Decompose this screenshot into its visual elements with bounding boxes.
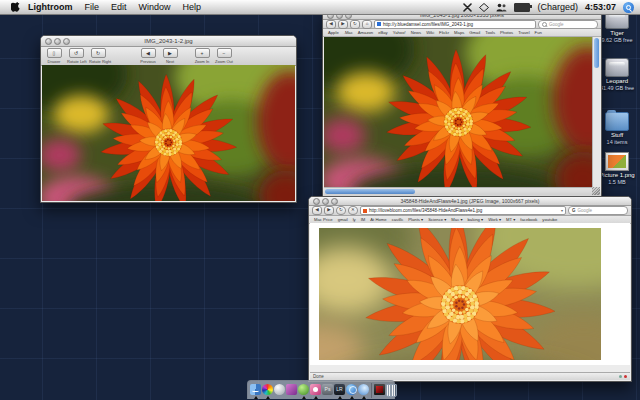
running-indicator <box>314 396 318 399</box>
home-button[interactable]: ⌂ <box>362 20 372 29</box>
bookmark-item[interactable]: MT ▾ <box>506 217 515 222</box>
dock: PsLR <box>247 380 395 399</box>
bookmark-item[interactable]: youtube <box>542 217 557 222</box>
url-text: http://ilovebloom.com/files/345848-HideA… <box>369 208 482 213</box>
google-search-field[interactable]: Google <box>538 20 598 29</box>
bookmark-item[interactable]: Maps <box>454 30 464 35</box>
menu-bar-clock[interactable]: 4:53:07 <box>585 2 616 12</box>
safari-window[interactable]: IMG_2043-1.jpg 2000×1333 pixels ◀ ▶ ↻ ⌂ … <box>322 10 602 197</box>
bookmark-item[interactable]: Wiki <box>426 30 434 35</box>
running-indicator <box>266 396 270 399</box>
status-text: Done <box>313 374 324 379</box>
back-button[interactable]: ◀ <box>312 206 322 215</box>
bookmark-item[interactable]: Yahoo! <box>393 30 406 35</box>
resize-grip[interactable] <box>592 187 600 195</box>
bookmark-item[interactable]: IM <box>361 217 366 222</box>
flower-photo-large <box>324 37 593 187</box>
dock-safari-icon[interactable] <box>346 383 357 398</box>
preview-window[interactable]: IMG_2043-1-2.jpg ▯Drawer↺Rotate Left↻Rot… <box>40 35 297 203</box>
search-engine-icon[interactable]: G <box>572 208 576 213</box>
forward-button[interactable]: ▶ <box>324 206 334 215</box>
apple-menu-icon[interactable] <box>8 2 22 13</box>
bookmark-item[interactable]: Mac ▾ <box>451 217 462 222</box>
vertical-scrollbar[interactable] <box>592 37 600 187</box>
bookmark-item[interactable]: castllc <box>392 217 404 222</box>
bookmark-item[interactable]: Amazon <box>358 30 373 35</box>
battery-status[interactable]: (Charged) <box>537 2 578 12</box>
dock-photoshop-icon[interactable]: Ps <box>322 383 333 398</box>
battery-icon[interactable] <box>514 3 530 12</box>
flower-photo-preview <box>42 65 295 201</box>
dock-lightroom-icon[interactable]: LR <box>334 383 345 398</box>
dock-display-icon[interactable] <box>374 383 385 398</box>
previous-button[interactable]: ◀Previous <box>139 48 157 64</box>
dock-finder-icon[interactable] <box>250 383 261 398</box>
firefox-titlebar[interactable]: 345848-HideAndFlaws4e1.jpg (JPEG Image, … <box>309 197 631 206</box>
bookmark-item[interactable]: Tools <box>485 30 495 35</box>
url-field[interactable]: http://ilovebloom.com/files/345848-HideA… <box>360 206 566 215</box>
preview-window-title: IMG_2043-1-2.jpg <box>41 36 296 46</box>
bookmark-item[interactable]: Photos <box>500 30 513 35</box>
menu-window[interactable]: Window <box>139 2 171 12</box>
preview-toolbar: ▯Drawer↺Rotate Left↻Rotate Right◀Previou… <box>41 47 296 66</box>
bookmark-item[interactable]: Science ▾ <box>428 217 446 222</box>
spotlight-icon[interactable] <box>623 2 634 13</box>
menu-file[interactable]: File <box>85 2 100 12</box>
firefox-window[interactable]: 345848-HideAndFlaws4e1.jpg (JPEG Image, … <box>308 196 632 382</box>
tools-menu-icon[interactable] <box>463 3 472 12</box>
user-switching-icon[interactable] <box>496 3 507 12</box>
bookmark-item[interactable]: Mac Price <box>314 217 333 222</box>
bookmark-item[interactable]: News <box>411 30 421 35</box>
url-text: http://y.bluedamsel.com/files/IMG_2043-1… <box>383 22 473 27</box>
page-favicon <box>377 22 381 26</box>
bookmark-item[interactable]: Gmail <box>469 30 480 35</box>
bookmark-item[interactable]: Work ▾ <box>488 217 501 222</box>
dock-purple-app-icon[interactable] <box>286 383 297 398</box>
dock-pink-app-icon[interactable] <box>310 383 321 398</box>
running-indicator <box>338 396 342 399</box>
dock-color-wheel-icon[interactable] <box>262 383 273 398</box>
firefox-window-title: 345848-HideAndFlaws4e1.jpg (JPEG Image, … <box>309 197 631 205</box>
url-dropdown-icon[interactable]: ▾ <box>561 208 563 213</box>
horizontal-scrollbar[interactable] <box>324 187 600 195</box>
next-button[interactable]: ▶Next <box>161 48 179 64</box>
rotate-right-button[interactable]: ↻Rotate Right <box>89 48 107 64</box>
disk-icon <box>605 58 629 77</box>
forward-button[interactable]: ▶ <box>338 20 348 29</box>
bookmark-item[interactable]: Travel <box>518 30 529 35</box>
reload-button[interactable]: ↻ <box>350 20 360 29</box>
shapes-menu-icon[interactable] <box>479 3 489 12</box>
bookmark-item[interactable]: baking ▾ <box>468 217 484 222</box>
search-icon <box>542 22 547 27</box>
reload-button[interactable]: ↻ <box>336 206 346 215</box>
bookmark-item[interactable]: ly <box>353 217 356 222</box>
bookmark-item[interactable]: Flickr <box>439 30 449 35</box>
running-indicator <box>302 396 306 399</box>
menu-help[interactable]: Help <box>183 2 202 12</box>
dock-green-orb-icon[interactable] <box>298 383 309 398</box>
rotate-left-button[interactable]: ↺Rotate Left <box>67 48 85 64</box>
google-search-field[interactable]: G Google <box>568 206 628 215</box>
running-indicator <box>362 396 366 399</box>
bookmark-item[interactable]: eBay <box>378 30 388 35</box>
zoom-in-button[interactable]: +Zoom In <box>193 48 211 64</box>
bookmark-item[interactable]: facebook <box>520 217 537 222</box>
bookmark-item[interactable]: Apple <box>328 30 339 35</box>
back-button[interactable]: ◀ <box>326 20 336 29</box>
url-field[interactable]: http://y.bluedamsel.com/files/IMG_2043-1… <box>374 20 536 29</box>
bookmark-item[interactable]: Fun <box>535 30 542 35</box>
bookmark-item[interactable]: gmail <box>338 217 348 222</box>
dock-trash-icon[interactable] <box>386 383 397 398</box>
drawer-button[interactable]: ▯Drawer <box>45 48 63 64</box>
bookmark-item[interactable]: At Home <box>370 217 386 222</box>
stop-button[interactable]: ✕ <box>348 206 358 215</box>
bookmark-item[interactable]: Plants ▾ <box>408 217 423 222</box>
menu-edit[interactable]: Edit <box>111 2 127 12</box>
bookmark-item[interactable]: .Mac <box>344 30 353 35</box>
dock-gray-orb-icon[interactable] <box>274 383 285 398</box>
preview-titlebar[interactable]: IMG_2043-1-2.jpg <box>41 36 296 47</box>
zoom-out-button[interactable]: −Zoom Out <box>215 48 233 64</box>
security-icon <box>619 375 622 378</box>
dock-camino-icon[interactable] <box>358 383 369 398</box>
active-app-menu[interactable]: Lightroom <box>28 2 73 12</box>
